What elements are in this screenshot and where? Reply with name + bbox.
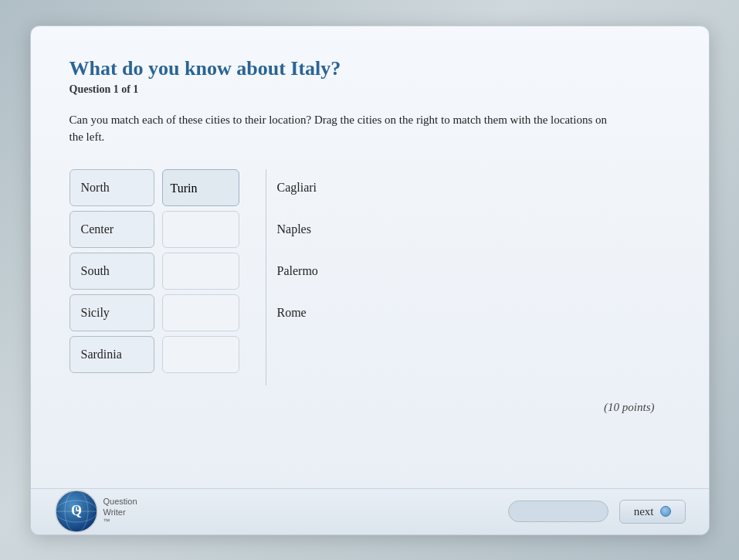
footer-right: next [508, 500, 686, 524]
location-sardinia: Sardinia [69, 336, 154, 373]
instructions-text: Can you match each of these cities to th… [69, 111, 610, 146]
main-container: What do you know about Italy? Question 1… [30, 25, 710, 535]
logo-globe-svg: Q [54, 489, 99, 534]
locations-column: North Center South Sicily Sardinia [69, 169, 154, 373]
logo-label: Question Writer ™ [103, 496, 137, 527]
drop-column: Turin [162, 169, 239, 373]
logo-trademark: ™ [103, 518, 137, 527]
city-palermo[interactable]: Palermo [277, 253, 318, 290]
column-divider [266, 169, 266, 385]
question-counter: Question 1 of 1 [69, 83, 670, 96]
drop-box-3[interactable] [162, 294, 239, 331]
drop-box-4[interactable] [162, 336, 239, 373]
drop-box-0[interactable]: Turin [162, 169, 239, 206]
logo-line1: Question [103, 496, 137, 507]
next-dot-icon [660, 506, 671, 517]
location-center: Center [69, 211, 154, 248]
page-title: What do you know about Italy? [69, 57, 670, 80]
next-button[interactable]: next [619, 500, 686, 524]
city-cagliari[interactable]: Cagliari [277, 169, 318, 206]
location-south: South [69, 253, 154, 290]
footer: Q Question Writer ™ next [31, 488, 709, 535]
logo-line2: Writer [103, 507, 137, 518]
location-sicily: Sicily [69, 294, 154, 331]
matching-area: North Center South Sicily Sardinia Tur [69, 169, 670, 385]
content-area: What do you know about Italy? Question 1… [31, 26, 709, 488]
city-rome[interactable]: Rome [277, 294, 318, 331]
drop-box-1[interactable] [162, 211, 239, 248]
progress-bar [508, 501, 608, 522]
drop-box-2[interactable] [162, 253, 239, 290]
points-text: (10 points) [69, 401, 655, 414]
cities-column: Cagliari Naples Palermo Rome [277, 169, 318, 331]
location-north: North [69, 169, 154, 206]
city-naples[interactable]: Naples [277, 211, 318, 248]
logo-area: Q Question Writer ™ [54, 489, 137, 534]
